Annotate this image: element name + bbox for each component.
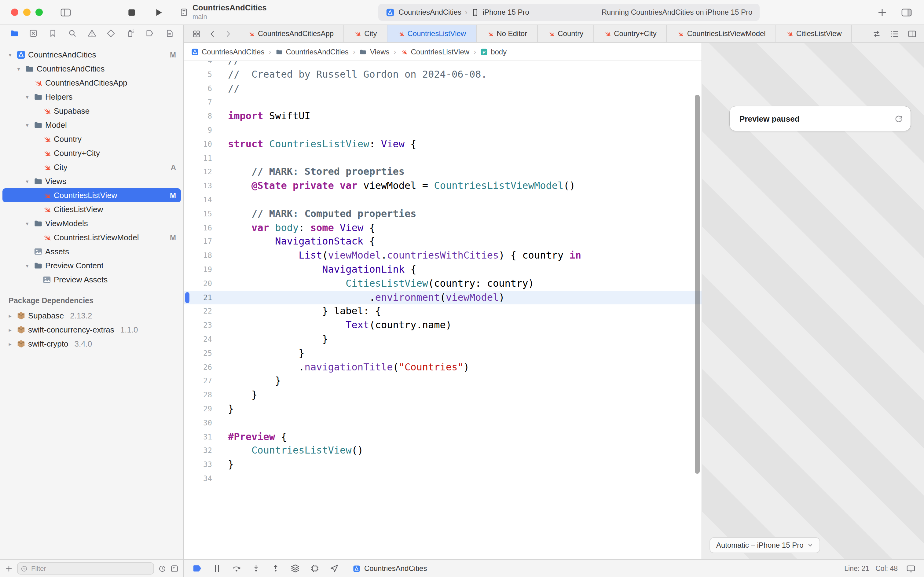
sidebar-tree-row[interactable]: CountriesAndCitiesApp — [2, 76, 181, 90]
code-line[interactable]: 5 // Created by Russell Gordon on 2024-0… — [184, 68, 702, 82]
back-icon[interactable] — [205, 25, 219, 42]
jump-bar-item[interactable]: CountriesAndCities — [275, 47, 348, 56]
scm-status-filter-icon[interactable] — [171, 564, 179, 572]
zoom-window-button[interactable] — [35, 8, 43, 16]
jump-bar-item[interactable]: Views — [360, 47, 390, 56]
add-file-button[interactable] — [5, 564, 13, 572]
editor-tab[interactable]: City — [344, 25, 387, 42]
disclosure-chevron[interactable]: ▾ — [23, 220, 31, 226]
breakpoints-toggle-icon[interactable] — [193, 564, 202, 573]
code-line[interactable]: 29 } — [184, 402, 702, 416]
code-line[interactable]: 15 // MARK: Computed properties — [184, 207, 702, 221]
code-line[interactable]: 24 } — [184, 332, 702, 347]
step-over-icon[interactable] — [232, 564, 241, 573]
code-line[interactable]: 12 // MARK: Stored proeprties — [184, 165, 702, 179]
code-line[interactable]: 6 // — [184, 82, 702, 96]
code-review-icon[interactable] — [872, 29, 881, 38]
editor-tab[interactable]: CountriesListView — [388, 25, 476, 42]
preview-device-selector[interactable]: Automatic – iPhone 15 Pro — [710, 537, 820, 553]
code-line[interactable]: 13 @State private var viewModel = Countr… — [184, 179, 702, 193]
view-debugger-icon[interactable] — [290, 564, 300, 573]
editor-tab[interactable]: CountriesListViewModel — [667, 25, 776, 42]
sidebar-tree-row[interactable]: Preview Assets — [2, 272, 181, 287]
code-line[interactable]: 34 — [184, 472, 702, 486]
disclosure-chevron[interactable]: ▾ — [6, 52, 14, 58]
code-line[interactable]: 19 NavigationLink { — [184, 263, 702, 277]
sidebar-tree-row[interactable]: ▾ Preview Content — [2, 259, 181, 272]
recent-files-icon[interactable] — [158, 564, 166, 572]
pause-execution-icon[interactable] — [212, 564, 222, 573]
memory-graph-icon[interactable] — [310, 564, 320, 573]
add-editor-icon[interactable] — [908, 29, 917, 38]
editor-tab[interactable]: CountriesAndCitiesApp — [238, 25, 344, 42]
code-line[interactable]: 4 // — [184, 61, 702, 68]
disclosure-chevron[interactable]: ▸ — [6, 327, 14, 333]
disclosure-chevron[interactable]: ▸ — [6, 313, 14, 319]
reports-navigator-icon[interactable] — [163, 27, 175, 39]
filter-field[interactable] — [17, 562, 154, 575]
jump-bar-item[interactable]: CountriesListView — [400, 47, 469, 56]
destination-device[interactable]: iPhone 15 Pro — [483, 8, 529, 16]
code-line[interactable]: 10 struct CountriesListView: View { — [184, 137, 702, 152]
step-out-icon[interactable] — [271, 564, 280, 573]
code-line[interactable]: 23 Text(country.name) — [184, 318, 702, 332]
disclosure-chevron[interactable]: ▾ — [23, 178, 31, 184]
code-line[interactable]: 21 .environment(viewModel) — [184, 291, 702, 305]
editor-tab[interactable]: Country+City — [594, 25, 667, 42]
code-line[interactable]: 33 } — [184, 458, 702, 472]
toggle-navigator-icon[interactable] — [59, 5, 72, 19]
code-line[interactable]: 17 NavigationStack { — [184, 235, 702, 249]
editor-tab[interactable]: Country — [538, 25, 594, 42]
code-line[interactable]: 20 CitiesListView(country: country) — [184, 277, 702, 291]
disclosure-chevron[interactable]: ▾ — [14, 66, 23, 72]
code-editor[interactable]: 4 // 5 // Created by Russell Gordon on 2… — [184, 61, 702, 559]
minimize-window-button[interactable] — [23, 8, 31, 16]
sidebar-tree-row[interactable]: CountriesListView M — [2, 188, 181, 202]
display-icon[interactable] — [906, 564, 916, 573]
code-line[interactable]: 30 — [184, 416, 702, 430]
running-process[interactable]: CountriesAndCities — [353, 564, 427, 573]
tests-navigator-icon[interactable] — [105, 27, 118, 39]
toggle-inspector-icon[interactable] — [900, 5, 913, 19]
sidebar-tree-row[interactable]: ▾ CountriesAndCities — [2, 62, 181, 76]
jump-bar-item[interactable]: P body — [480, 47, 507, 56]
code-line[interactable]: 27 } — [184, 374, 702, 388]
sidebar-tree-row[interactable]: ▾ CountriesAndCities M — [2, 48, 181, 62]
sidebar-tree-row[interactable]: City A — [2, 160, 181, 174]
code-line[interactable]: 14 — [184, 193, 702, 207]
source-control-navigator-icon[interactable] — [27, 27, 40, 39]
code-line[interactable]: 26 .navigationTitle("Countries") — [184, 360, 702, 374]
step-into-icon[interactable] — [251, 564, 261, 573]
stop-button[interactable] — [125, 5, 138, 19]
editor-options-icon[interactable] — [890, 29, 899, 38]
disclosure-chevron[interactable]: ▾ — [23, 94, 31, 100]
sidebar-tree-row[interactable]: Assets — [2, 245, 181, 259]
destination-app-name[interactable]: CountriesAndCities — [398, 8, 461, 16]
code-line[interactable]: 32 CountriesListView() — [184, 444, 702, 458]
forward-icon[interactable] — [221, 25, 235, 42]
sidebar-tree-row[interactable]: ▾ Helpers — [2, 90, 181, 104]
sidebar-tree-row[interactable]: ▸ swift-concurrency-extras1.1.0 — [2, 323, 181, 337]
code-line[interactable]: 18 List(viewModel.countriesWithCities) {… — [184, 249, 702, 263]
sidebar-tree-row[interactable]: CitiesListView — [2, 202, 181, 216]
code-line[interactable]: 7 — [184, 96, 702, 110]
sidebar-tree-row[interactable]: ▾ Model — [2, 118, 181, 132]
disclosure-chevron[interactable]: ▸ — [6, 341, 14, 347]
code-line[interactable]: 25 } — [184, 346, 702, 360]
editor-tab[interactable]: CitiesListView — [776, 25, 852, 42]
code-line[interactable]: 16 var body: some View { — [184, 221, 702, 235]
run-destination-bar[interactable]: CountriesAndCities › iPhone 15 Pro Runni… — [378, 4, 760, 21]
project-navigator-icon[interactable] — [8, 27, 20, 39]
sidebar-tree-row[interactable]: ▸ Supabase2.13.2 — [2, 309, 181, 323]
sidebar-tree-row[interactable]: Country+City — [2, 146, 181, 160]
sidebar-tree-row[interactable]: ▾ Views — [2, 174, 181, 188]
run-button[interactable] — [151, 5, 165, 19]
sidebar-tree-row[interactable]: CountriesListViewModel M — [2, 230, 181, 245]
simulate-location-icon[interactable] — [329, 564, 339, 573]
sidebar-tree-row[interactable]: Supabase — [2, 104, 181, 118]
disclosure-chevron[interactable]: ▾ — [23, 122, 31, 128]
debug-navigator-icon[interactable] — [124, 27, 137, 39]
add-tab-button[interactable] — [875, 5, 889, 19]
issues-navigator-icon[interactable] — [85, 27, 98, 39]
find-navigator-icon[interactable] — [66, 27, 79, 39]
